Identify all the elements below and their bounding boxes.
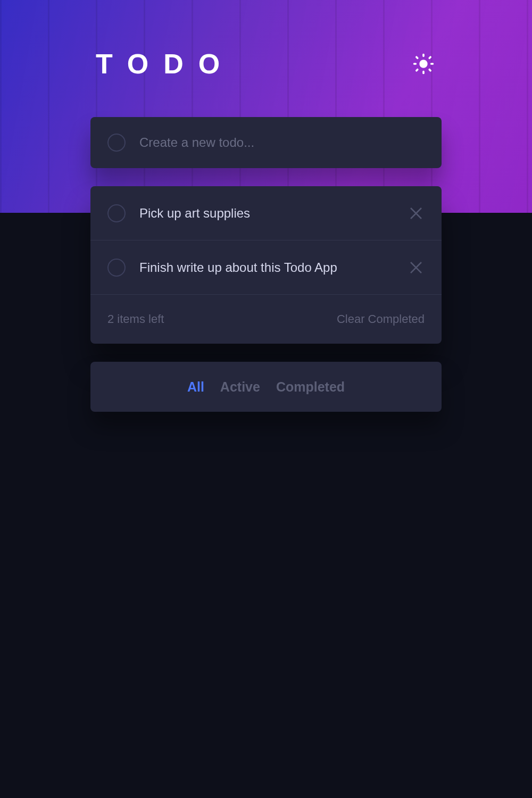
- todo-item[interactable]: Pick up art supplies: [90, 186, 442, 240]
- todo-checkbox[interactable]: [107, 259, 126, 277]
- app-container: TODO Pick up art supplies: [90, 0, 442, 412]
- delete-todo-button[interactable]: [408, 205, 425, 222]
- filter-completed[interactable]: Completed: [276, 379, 345, 395]
- svg-rect-8: [415, 68, 419, 72]
- svg-rect-3: [413, 63, 417, 65]
- new-todo-row: [90, 117, 442, 168]
- delete-todo-button[interactable]: [408, 259, 425, 276]
- svg-rect-6: [428, 68, 432, 72]
- svg-rect-5: [415, 56, 419, 60]
- new-todo-input[interactable]: [139, 135, 425, 150]
- new-todo-checkbox[interactable]: [107, 134, 126, 152]
- todo-label: Finish write up about this Todo App: [139, 260, 408, 275]
- filter-active[interactable]: Active: [220, 379, 260, 395]
- todo-checkbox[interactable]: [107, 204, 126, 222]
- svg-rect-7: [428, 56, 432, 60]
- close-icon: [408, 205, 424, 221]
- close-icon: [408, 260, 424, 276]
- items-left-label: 2 items left: [107, 312, 164, 326]
- svg-rect-1: [422, 54, 425, 57]
- list-footer: 2 items left Clear Completed: [90, 295, 442, 344]
- theme-toggle-button[interactable]: [411, 51, 436, 77]
- app-title: TODO: [96, 48, 235, 80]
- todo-item[interactable]: Finish write up about this Todo App: [90, 240, 442, 295]
- filter-all[interactable]: All: [187, 379, 204, 395]
- todo-label: Pick up art supplies: [139, 206, 408, 221]
- header: TODO: [90, 48, 442, 80]
- svg-point-0: [419, 60, 427, 68]
- clear-completed-button[interactable]: Clear Completed: [337, 312, 425, 326]
- todo-list: Pick up art supplies Finish write up abo…: [90, 186, 442, 344]
- filter-bar: All Active Completed: [90, 362, 442, 412]
- svg-rect-2: [422, 71, 425, 74]
- svg-rect-4: [430, 63, 434, 65]
- sun-icon: [412, 52, 435, 76]
